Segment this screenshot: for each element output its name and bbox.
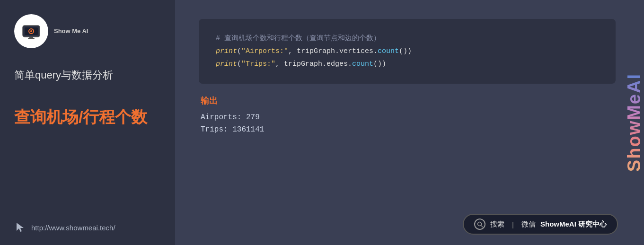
- logo-area: Show Me AI: [14, 14, 88, 48]
- badge-separator: |: [512, 220, 514, 228]
- link-icon: [14, 221, 26, 234]
- paren-open-2: (: [237, 60, 241, 68]
- keyword-print-1: print: [216, 47, 237, 55]
- string-airports: "Airports:": [241, 47, 288, 55]
- watermark: ShowMeAI: [624, 0, 644, 245]
- logo-label: Show Me AI: [54, 27, 88, 35]
- output-label: 输出: [201, 95, 614, 106]
- output-line-trips: Trips: 1361141: [201, 125, 614, 134]
- bottom-bar: 搜索 | 微信 ShowMeAI 研究中心: [463, 214, 618, 235]
- output-section: 输出 Airports: 279 Trips: 1361141: [199, 95, 616, 138]
- website-url: http://www.showmeai.tech/: [31, 224, 115, 232]
- chain-2b: ()): [373, 60, 386, 68]
- search-text: 搜索: [490, 220, 504, 229]
- svg-line-8: [481, 225, 483, 227]
- keyword-print-2: print: [216, 60, 237, 68]
- svg-point-3: [30, 30, 32, 32]
- watermark-text: ShowMeAI: [624, 73, 644, 172]
- string-trips: "Trips:": [241, 60, 275, 68]
- sidebar-main-title: 查询机场/行程个数: [14, 106, 147, 127]
- method-count-2: count: [352, 60, 373, 68]
- main-content: # 查询机场个数和行程个数（查询节点和边的个数） print("Airports…: [175, 0, 644, 245]
- chain-1b: ()): [399, 47, 412, 55]
- code-block: # 查询机场个数和行程个数（查询节点和边的个数） print("Airports…: [199, 19, 616, 84]
- code-comment: # 查询机场个数和行程个数（查询节点和边的个数）: [216, 32, 599, 45]
- brand-text: ShowMeAI 研究中心: [540, 220, 607, 229]
- output-line-airports: Airports: 279: [201, 113, 614, 122]
- sidebar: Show Me AI 简单query与数据分析 查询机场/行程个数 http:/…: [0, 0, 175, 245]
- bottom-link[interactable]: http://www.showmeai.tech/: [14, 221, 115, 234]
- sidebar-subtitle: 简单query与数据分析: [14, 67, 113, 83]
- svg-rect-5: [28, 38, 35, 39]
- chain-1: , tripGraph.vertices.: [288, 47, 378, 55]
- chain-2: , tripGraph.edges.: [275, 60, 352, 68]
- wechat-text: 微信: [521, 220, 536, 229]
- wechat-badge: 搜索 | 微信 ShowMeAI 研究中心: [463, 214, 618, 235]
- svg-marker-6: [17, 223, 24, 232]
- method-count-1: count: [378, 47, 399, 55]
- paren-open-1: (: [237, 47, 241, 55]
- logo-icon: [21, 21, 42, 42]
- search-icon: [474, 219, 485, 230]
- code-line-2: print("Trips:", tripGraph.edges.count()): [216, 58, 599, 70]
- logo-circle: [14, 14, 48, 48]
- code-line-1: print("Airports:", tripGraph.vertices.co…: [216, 45, 599, 58]
